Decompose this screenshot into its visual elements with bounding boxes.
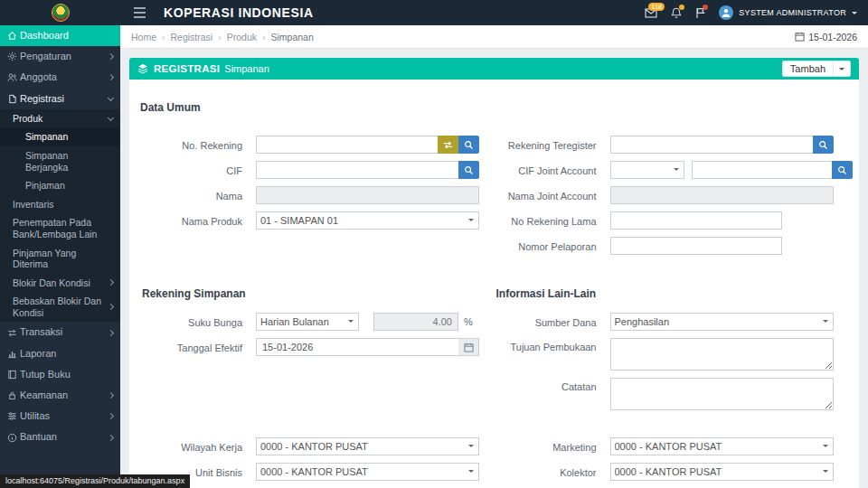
sidebar-item-inventaris[interactable]: Inventaris xyxy=(0,195,120,214)
nama-input xyxy=(256,186,479,204)
tanggal-efektif-input[interactable] xyxy=(256,338,458,356)
no-rekening-input[interactable] xyxy=(256,136,438,154)
sidebar-item-transaksi[interactable]: Transaksi xyxy=(0,322,120,343)
no-rekening-generate-button[interactable] xyxy=(438,136,458,154)
label-nama-joint: Nama Joint Account xyxy=(495,187,610,202)
sidebar-item-blokir-dan-kondisi[interactable]: Blokir Dan Kondisi xyxy=(0,274,120,293)
kolektor-select[interactable]: 0000 - KANTOR PUSAT xyxy=(610,463,834,481)
breadcrumb-separator: › xyxy=(162,32,165,42)
file-icon xyxy=(7,94,20,104)
suku-bunga-rate-input xyxy=(373,313,458,331)
sidebar-item-pinjaman-yang-diterima[interactable]: Pinjaman Yang Diterima xyxy=(0,244,120,274)
lock-icon xyxy=(7,390,20,400)
alerts-button[interactable] xyxy=(695,7,705,19)
calendar-icon xyxy=(464,343,474,352)
cif-joint-type-select[interactable] xyxy=(610,161,684,179)
chevron-right-icon xyxy=(108,279,114,286)
breadcrumb-separator: › xyxy=(262,32,266,42)
catatan-textarea[interactable] xyxy=(610,378,834,410)
wilayah-kerja-select[interactable]: 0000 - KANTOR PUSAT xyxy=(256,437,479,455)
swap-arrows-icon xyxy=(443,140,453,150)
breadcrumb-home[interactable]: Home xyxy=(131,32,156,42)
sidebar-item-produk[interactable]: Produk xyxy=(0,109,120,128)
panel-header: REGISTRASI Simpanan Tambah xyxy=(129,58,859,80)
sidebar-item-penempatan[interactable]: Penempatan Pada Bank/Lembaga Lain xyxy=(0,213,120,243)
cif-input[interactable] xyxy=(256,161,458,179)
chevron-right-icon xyxy=(108,434,114,440)
calendar-addon-button[interactable] xyxy=(458,338,479,356)
sidebar-item-laporan[interactable]: Laporan xyxy=(0,343,120,364)
breadcrumb-registrasi[interactable]: Registrasi xyxy=(171,32,213,42)
marketing-select[interactable]: 0000 - KANTOR PUSAT xyxy=(610,437,834,455)
messages-button[interactable]: 118 xyxy=(645,8,657,18)
produk-submenu: Simpanan Simpanan Berjangka Pinjaman xyxy=(0,127,120,194)
sidebar-item-keamanan[interactable]: Keamanan xyxy=(0,385,120,406)
label-catatan: Catatan xyxy=(495,378,610,393)
bottom-col-left: Wilayah Kerja 0000 - KANTOR PUSAT Unit B… xyxy=(140,437,495,488)
notifications-button[interactable] xyxy=(671,7,682,19)
sidebar-item-anggota[interactable]: Anggota xyxy=(0,67,120,88)
messages-badge: 118 xyxy=(648,3,665,12)
sidebar-item-bantuan[interactable]: Bantuan xyxy=(0,427,120,447)
label-kolektor: Kolektor xyxy=(495,464,610,479)
sidebar-item-dashboard[interactable]: Dashboard xyxy=(0,25,120,46)
user-name: SYSTEM ADMINISTRATOR xyxy=(739,8,846,17)
tambah-button[interactable]: Tambah xyxy=(782,61,851,77)
chevron-down-icon xyxy=(852,12,857,17)
chevron-right-icon xyxy=(108,74,114,80)
label-marketing: Marketing xyxy=(495,438,610,454)
current-date-text: 15-01-2026 xyxy=(808,32,857,42)
label-nama: Nama xyxy=(140,187,256,202)
registrasi-submenu: Produk Simpanan Simpanan Berjangka Pinja… xyxy=(0,109,120,323)
tujuan-pembukaan-textarea[interactable] xyxy=(610,338,834,371)
sidebar-item-pengaturan[interactable]: Pengaturan xyxy=(0,46,120,67)
cif-search-button[interactable] xyxy=(458,161,479,179)
calendar-icon xyxy=(795,32,805,42)
chevron-right-icon xyxy=(108,53,114,60)
topbar: KOPERASI INDONESIA 118 SYSTEM ADMINISTRA… xyxy=(0,0,868,25)
sidebar-item-registrasi[interactable]: Registrasi xyxy=(0,89,120,109)
no-rekening-lama-input[interactable] xyxy=(610,211,782,230)
form-card: Data Umum No. Rekening xyxy=(129,80,859,488)
chevron-right-icon xyxy=(108,330,114,336)
cif-joint-input[interactable] xyxy=(692,161,832,179)
cif-joint-search-button[interactable] xyxy=(832,161,853,179)
sidebar-item-utilitas[interactable]: Utilitas xyxy=(0,406,120,427)
caret-down-icon xyxy=(839,68,844,73)
section-heading-rekening-simpanan: Rekening Simpanan xyxy=(140,287,495,300)
sidebar-item-simpanan-berjangka[interactable]: Simpanan Berjangka xyxy=(0,146,120,176)
menu-toggle-button[interactable] xyxy=(127,0,151,25)
bar-chart-icon xyxy=(7,349,20,359)
label-nomor-pelaporan: Nomor Pelaporan xyxy=(495,238,610,253)
nama-produk-select[interactable]: 01 - SIMAPAN 01 xyxy=(256,211,479,230)
bottom-col-right: Marketing 0000 - KANTOR PUSAT Kolektor 0… xyxy=(495,437,849,488)
sumber-dana-select[interactable]: Penghasilan xyxy=(610,313,834,331)
current-date: 15-01-2026 xyxy=(795,32,857,42)
suku-bunga-type-select[interactable]: Harian Bulanan xyxy=(256,313,359,331)
breadcrumb: Home › Registrasi › Produk › Simpanan 15… xyxy=(120,25,868,49)
no-rekening-search-button[interactable] xyxy=(458,136,479,154)
sidebar-item-bebaskan-blokir[interactable]: Bebaskan Blokir Dan Kondisi xyxy=(0,292,120,322)
breadcrumb-separator: › xyxy=(218,32,222,42)
nomor-pelaporan-input[interactable] xyxy=(610,237,782,255)
unit-bisnis-select[interactable]: 0000 - KANTOR PUSAT xyxy=(256,463,479,481)
user-menu-button[interactable]: SYSTEM ADMINISTRATOR xyxy=(719,5,857,20)
rekening-teregister-search-button[interactable] xyxy=(813,136,834,154)
rekening-teregister-input[interactable] xyxy=(610,136,813,154)
info-icon xyxy=(7,433,20,443)
app-logo-icon xyxy=(52,4,70,22)
status-url: localhost:64075/Registrasi/Produk/tabung… xyxy=(0,474,190,488)
breadcrumb-produk[interactable]: Produk xyxy=(227,32,257,42)
search-icon xyxy=(818,140,828,150)
label-no-rekening: No. Rekening xyxy=(140,136,256,152)
sidebar-item-tutup-buku[interactable]: Tutup Buku xyxy=(0,364,120,385)
form-col-left: No. Rekening xyxy=(140,136,495,262)
home-icon xyxy=(7,31,20,41)
chevron-down-icon xyxy=(108,115,114,121)
label-rekening-teregister: Rekening Teregister xyxy=(495,136,610,152)
sidebar-item-simpanan[interactable]: Simpanan xyxy=(0,127,120,146)
sidebar-item-pinjaman[interactable]: Pinjaman xyxy=(0,176,120,195)
panel-title: REGISTRASI xyxy=(154,63,220,74)
label-wilayah-kerja: Wilayah Kerja xyxy=(140,438,256,454)
sidebar: Dashboard Pengaturan Anggota Registrasi … xyxy=(0,25,120,488)
